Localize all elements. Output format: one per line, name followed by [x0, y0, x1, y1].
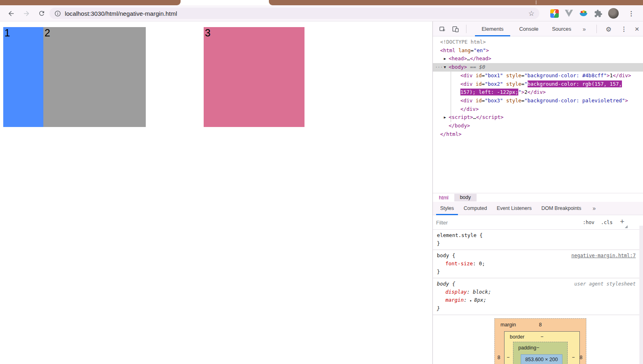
- breadcrumb-body[interactable]: body: [454, 194, 477, 201]
- styles-pane: element.style {}negative-margin.html:7bo…: [433, 230, 640, 315]
- style-rule[interactable]: negative-margin.html:7body {font-size: 0…: [433, 250, 640, 278]
- tab-sources[interactable]: Sources: [546, 21, 577, 36]
- box-model-padding-left-value: −: [505, 355, 511, 360]
- toggle-hover-state-button[interactable]: :hov: [583, 220, 594, 225]
- tab-console[interactable]: Console: [513, 21, 545, 36]
- close-icon: ×: [634, 25, 639, 34]
- styles-filter-row: :hov .cls +: [433, 215, 643, 230]
- tab-dom-breakpoints[interactable]: DOM Breakpoints: [537, 202, 586, 215]
- tab-divider: [536, 0, 537, 4]
- box-model-margin-left-value: 8: [496, 355, 502, 360]
- box-model-border-top-value: −: [505, 334, 579, 340]
- url-text[interactable]: localhost:3030/html/negative-margin.html: [65, 10, 177, 17]
- extensions-puzzle-icon[interactable]: [593, 8, 603, 19]
- device-toolbar-button[interactable]: [451, 25, 460, 33]
- box2-line-wrap[interactable]: 157); left: -122px;">2</div>: [433, 88, 643, 97]
- box-model-padding-label: padding−: [518, 345, 539, 351]
- site-info-icon[interactable]: [54, 10, 61, 17]
- pagespeed-icon: [550, 9, 559, 18]
- devtools-panel: Elements Console Sources » ⚙ ⋮ ×: [432, 21, 643, 364]
- forward-button[interactable]: [21, 8, 32, 19]
- box3-close-line[interactable]: </div>: [433, 105, 643, 114]
- inspect-cursor-icon: [439, 25, 446, 33]
- devtools-menu-button[interactable]: ⋮: [620, 25, 628, 33]
- dom-breadcrumb: html body: [433, 193, 643, 202]
- device-toolbar-icon: [452, 25, 459, 33]
- inspect-element-button[interactable]: [439, 25, 447, 33]
- page-box2: 2: [43, 27, 146, 127]
- box-model-padding-box: padding− 853.600 × 200: [513, 342, 568, 364]
- script-line[interactable]: ▶<script>…</script>: [433, 113, 643, 122]
- tab-console-label: Console: [519, 26, 539, 32]
- tab-computed[interactable]: Computed: [459, 202, 492, 215]
- box2-line[interactable]: <div id="box2" style="background-color: …: [433, 80, 643, 89]
- tab-strip: [0, 0, 643, 5]
- overflow-dots-icon: ···: [435, 63, 443, 72]
- html-close-line[interactable]: </html>: [433, 130, 643, 139]
- style-rule[interactable]: element.style {}: [433, 230, 640, 250]
- profile-avatar[interactable]: [608, 8, 619, 19]
- box-model-padding-right-value: −: [570, 355, 577, 360]
- devtools-toolbar: Elements Console Sources » ⚙ ⋮ ×: [433, 21, 643, 36]
- new-style-rule-button[interactable]: +: [620, 217, 624, 226]
- box-model-padding-top-value: −: [537, 345, 539, 351]
- fruit-bowl-extension-icon[interactable]: [578, 8, 589, 19]
- body-close-line[interactable]: </body>: [433, 122, 643, 130]
- tab-sources-label: Sources: [552, 26, 571, 32]
- kebab-menu-icon: ⋮: [621, 25, 627, 33]
- page-viewport: 1 2 3: [0, 21, 432, 364]
- pagespeed-extension-icon[interactable]: [549, 8, 560, 19]
- toggle-element-classes-button[interactable]: .cls: [601, 220, 613, 225]
- address-bar[interactable]: localhost:3030/html/negative-margin.html…: [49, 8, 539, 19]
- styles-filter-input[interactable]: [436, 218, 582, 227]
- forward-arrow-icon: [23, 10, 30, 17]
- chevron-double-right-icon: »: [593, 205, 596, 212]
- box-model-margin-top-value: 8: [495, 322, 586, 328]
- doctype-line[interactable]: <!DOCTYPE html>: [433, 38, 643, 47]
- head-line[interactable]: ▶<head>…</head>: [433, 55, 643, 63]
- kebab-menu-icon: ⋮: [628, 10, 634, 17]
- sidebar-more-tabs-button[interactable]: »: [593, 205, 596, 212]
- page-box3: 3: [204, 27, 304, 127]
- styles-scrollbar[interactable]: [639, 226, 643, 364]
- toolbar-separator: [596, 25, 597, 33]
- tab-dom-breakpoints-label: DOM Breakpoints: [541, 205, 581, 211]
- devtools-close-button[interactable]: ×: [633, 25, 641, 33]
- vue-devtools-icon[interactable]: [564, 8, 574, 19]
- page-box3-label: 3: [205, 27, 211, 38]
- bookmark-star-icon[interactable]: ☆: [528, 9, 534, 18]
- page-box2-label: 2: [45, 27, 50, 38]
- background-tab-right[interactable]: [269, 0, 643, 5]
- reload-button[interactable]: [36, 8, 47, 19]
- box-model-border-box: border − − − padding− 853.600 × 200: [504, 331, 580, 364]
- breadcrumb-html[interactable]: html: [439, 195, 449, 201]
- back-button[interactable]: [5, 8, 17, 19]
- back-arrow-icon: [7, 10, 15, 17]
- chevron-double-right-icon: »: [583, 26, 586, 32]
- box-model-content-box: 853.600 × 200: [521, 354, 562, 364]
- resize-grip-icon: [625, 225, 628, 228]
- tab-event-listeners[interactable]: Event Listeners: [492, 202, 537, 215]
- elements-tree: <!DOCTYPE html><html lang="en">▶<head>…<…: [433, 38, 643, 140]
- tab-styles-label: Styles: [440, 205, 454, 211]
- style-rule[interactable]: user agent stylesheetbody {display: bloc…: [433, 278, 640, 315]
- browser-window: localhost:3030/html/negative-margin.html…: [0, 0, 643, 364]
- more-tabs-button[interactable]: »: [580, 25, 588, 33]
- box1-line[interactable]: <div id="box1" style="background-color: …: [433, 72, 643, 80]
- devtools-settings-button[interactable]: ⚙: [605, 25, 613, 33]
- stylesheet-source-link[interactable]: negative-margin.html:7: [571, 252, 636, 260]
- browser-menu-button[interactable]: ⋮: [626, 8, 637, 19]
- browser-toolbar: localhost:3030/html/negative-margin.html…: [0, 5, 643, 21]
- body-line[interactable]: ···▼<body> == $0: [433, 63, 643, 72]
- tab-styles[interactable]: Styles: [435, 202, 459, 215]
- box-model-diagram[interactable]: margin 8 8 8 − − border − − − padding− 8…: [494, 318, 586, 364]
- sidebar-tabs: Styles Computed Event Listeners DOM Brea…: [433, 202, 643, 215]
- gear-icon: ⚙: [606, 25, 611, 33]
- expand-arrow-icon[interactable]: ▶: [444, 55, 446, 63]
- expand-arrow-icon[interactable]: ▼: [444, 63, 446, 72]
- html-open-line[interactable]: <html lang="en">: [433, 47, 643, 55]
- box3-line[interactable]: <div id="box3" style="background-color: …: [433, 97, 643, 105]
- expand-arrow-icon[interactable]: ▶: [444, 113, 446, 122]
- tab-elements[interactable]: Elements: [473, 21, 512, 36]
- background-tab-left[interactable]: [0, 0, 181, 5]
